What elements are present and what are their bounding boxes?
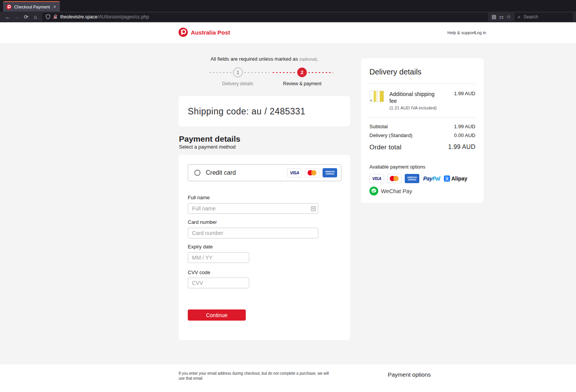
full-name-label: Full name [188,195,210,200]
expiry-date-input[interactable] [188,252,249,263]
page-footer: If you enter your email address during c… [0,364,576,392]
shield-icon[interactable] [46,14,50,19]
delivery-row: Delivery (Standard) 0.00 AUD [369,132,475,138]
order-total-label: Order total [369,144,402,151]
divider [369,83,475,84]
shipping-code-card: Shipping code: au / 2485331 [179,96,350,126]
forward-icon[interactable]: → [12,13,22,21]
home-icon[interactable]: ⌂ [31,13,40,21]
delivery-value: 0.00 AUD [454,132,475,138]
paypal-text-2: Pal [432,175,440,182]
step-dash [308,72,333,73]
amex-text-1: AMERICAN [407,177,417,179]
reader-mode-icon[interactable]: ▤ [490,14,498,20]
browser-window: Checkout Payment × ← → ⟳ ⌂ theolevistre.… [0,0,576,392]
auspost-favicon [6,4,12,10]
extensions-icon[interactable]: ⚏ [498,14,505,20]
step-2-label: Review & payment [275,81,329,86]
divider [369,117,475,117]
subtotal-value: 1.99 AUD [454,124,475,129]
required-note-period: . [317,56,318,62]
expiry-date-field-wrap [188,252,249,263]
bookmark-star-icon[interactable]: ☆ [505,14,512,20]
payment-details-subtitle: Select a payment method [179,144,235,150]
card-number-field-wrap [188,228,318,238]
item-thumbnail [369,91,384,102]
amex-text-2: EXPRESS [408,179,416,181]
site-header: Australia Post Help & support Log in [0,22,576,43]
url-path: /AU/torsion/pages/cc.php [98,14,149,20]
browser-toolbar: ← → ⟳ ⌂ theolevistre.space/AU/torsion/pa… [0,12,576,22]
subtotal-row: Subtotal 1.99 AUD [369,124,475,129]
step-2-circle: 2 [297,68,307,77]
paypal-logo: PayPal [423,175,440,182]
order-total-value: 1.99 AUD [448,144,475,151]
continue-button[interactable]: Continue [188,309,246,321]
item-tax-note: (1.21 AUD IVA included) [389,106,454,110]
summary-title: Delivery details [369,68,475,76]
wechat-pay-option: WeChat Pay [369,187,475,195]
required-note-text: All fields are required unless marked as [210,56,299,62]
search-box[interactable]: ⌕ [515,13,573,21]
expiry-date-label: Expiry date [188,244,213,250]
help-support-link[interactable]: Help & support [447,30,475,35]
amex-text-1: AMERICAN [325,171,335,173]
payment-details-heading: Payment details [179,134,240,144]
visa-icon: VISA [287,168,302,177]
brand-name: Australia Post [191,29,230,36]
search-icon: ⌕ [518,14,520,20]
tab-close-icon[interactable]: × [53,4,57,10]
autofill-icon[interactable] [311,206,316,211]
credit-card-option[interactable]: Credit card VISA AMERICAN EXPRESS [188,164,341,181]
wechat-pay-label: WeChat Pay [381,188,412,194]
item-info: Additional shipping fee (1.21 AUD IVA in… [389,91,454,110]
alipay-logo: Alipay [444,175,467,182]
auspost-logo[interactable]: Australia Post [179,28,230,37]
shipping-code-text: Shipping code: au / 2485331 [188,106,341,117]
amex-icon: AMERICAN EXPRESS [405,174,419,183]
credit-card-radio[interactable] [194,170,200,176]
url-domain: theolevistre.space [60,14,98,20]
visa-label: VISA [290,170,299,175]
cvv-field-wrap [188,278,249,288]
visa-icon: VISA [369,174,384,183]
mastercard-icon [387,174,402,183]
step-dash [273,72,296,73]
search-input[interactable] [523,14,570,20]
checkout-steps: 1 2 Delivery details Review & payment [209,68,333,89]
cvv-input[interactable] [188,278,249,288]
required-fields-note: All fields are required unless marked as… [179,56,350,62]
subtotal-label: Subtotal [369,124,388,129]
browser-tab[interactable]: Checkout Payment × [3,1,60,12]
step-dash [244,72,270,73]
footer-note-line1: If you enter your email address during c… [179,371,329,381]
insecure-lock-icon[interactable] [53,14,58,19]
alipay-icon [444,175,450,182]
tab-bar: Checkout Payment × [0,0,576,12]
summary-item-row: Additional shipping fee (1.21 AUD IVA in… [369,91,475,110]
full-name-input[interactable] [188,203,318,214]
credit-card-label: Credit card [206,169,236,176]
payment-options-icons: VISA AMERICAN EXPRESS PayPal Alipay [369,174,475,183]
item-name: Additional shipping fee [389,91,435,104]
alipay-label: Alipay [451,175,467,182]
login-link[interactable]: Log in [475,30,486,35]
url-text: theolevistre.space/AU/torsion/pages/cc.p… [60,14,149,20]
back-icon[interactable]: ← [3,13,12,21]
visa-label: VISA [372,176,381,181]
reload-icon[interactable]: ⟳ [22,13,31,21]
mastercard-icon [305,168,319,177]
payment-form-card: Credit card VISA AMERICAN EXPRESS Full n… [179,155,350,340]
item-price: 1.99 AUD [454,91,475,110]
card-number-label: Card number [188,219,217,225]
url-bar[interactable]: theolevistre.space/AU/torsion/pages/cc.p… [42,13,488,21]
available-payment-title: Available payment options [369,164,475,170]
card-brand-badges: VISA AMERICAN EXPRESS [287,168,337,177]
step-dash [209,72,232,73]
step-1-circle: 1 [233,68,243,77]
wechat-pay-icon [369,187,378,195]
order-total-row: Order total 1.99 AUD [369,144,475,151]
footer-payment-options-title: Payment options [388,371,431,378]
main-content: All fields are required unless marked as… [0,43,576,364]
card-number-input[interactable] [188,228,318,238]
